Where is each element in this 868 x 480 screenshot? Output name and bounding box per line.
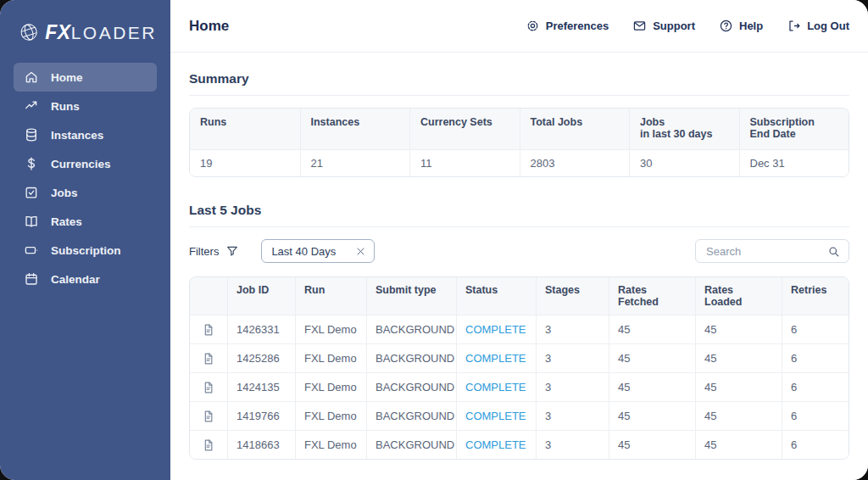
- main-panel: Home PreferencesSupportHelpLog Out Summa…: [170, 0, 868, 480]
- logout-icon: [787, 19, 801, 33]
- card-icon: [24, 243, 39, 258]
- file-icon[interactable]: [202, 438, 215, 452]
- job-rates-fetched-cell: 45: [609, 315, 695, 343]
- job-status-link[interactable]: COMPLETE: [456, 401, 536, 430]
- brand-name-bold: FX: [45, 21, 70, 44]
- file-icon[interactable]: [202, 323, 215, 337]
- job-id-cell: 1419766: [227, 401, 295, 430]
- summary-value: 11: [409, 149, 520, 176]
- sidebar-item-jobs[interactable]: Jobs: [14, 178, 157, 207]
- globe-icon: [19, 19, 39, 46]
- job-id-cell: 1418663: [227, 430, 295, 459]
- job-stages-cell: 3: [536, 430, 609, 459]
- search-box: [695, 239, 849, 263]
- brand-logo: FX LOADER: [14, 17, 157, 63]
- file-icon[interactable]: [202, 381, 215, 394]
- support-button[interactable]: Support: [632, 19, 695, 33]
- job-doc-cell: [190, 343, 227, 372]
- job-submit-type-cell: BACKGROUND: [366, 315, 456, 343]
- sidebar-item-calendar[interactable]: Calendar: [14, 265, 157, 293]
- envelope-icon: [632, 19, 647, 33]
- jobs-col-header: Retries: [782, 277, 849, 315]
- job-status-link[interactable]: COMPLETE: [456, 430, 536, 459]
- home-icon: [24, 70, 39, 85]
- file-icon[interactable]: [202, 352, 215, 366]
- job-status-link[interactable]: COMPLETE: [456, 343, 536, 372]
- sidebar-item-home[interactable]: Home: [14, 63, 157, 92]
- summary-col-header: Instances: [300, 109, 410, 149]
- question-circle-icon: [719, 19, 733, 33]
- jobs-table: Job IDRunSubmit typeStatusStagesRates Fe…: [190, 277, 849, 459]
- sidebar-item-label: Instances: [51, 129, 103, 142]
- job-rates-loaded-cell: 45: [695, 430, 782, 459]
- sidebar-item-instances[interactable]: Instances: [14, 120, 157, 149]
- job-rates-loaded-cell: 45: [695, 343, 782, 372]
- jobs-col-header: Submit type: [366, 277, 456, 315]
- sidebar-item-runs[interactable]: Runs: [14, 92, 157, 120]
- jobs-title: Last 5 Jobs: [189, 198, 849, 227]
- jobs-col-header: Status: [456, 277, 536, 315]
- summary-table: RunsInstancesCurrency SetsTotal JobsJobs…: [190, 109, 849, 176]
- action-label: Help: [739, 20, 763, 32]
- job-status-link[interactable]: COMPLETE: [456, 372, 536, 401]
- table-row: 1424135FXL DemoBACKGROUNDCOMPLETE345456: [190, 372, 849, 401]
- job-stages-cell: 3: [536, 401, 609, 430]
- job-doc-cell: [190, 401, 227, 430]
- sidebar-item-label: Rates: [51, 215, 82, 228]
- summary-col-header: Runs: [190, 109, 300, 149]
- job-id-cell: 1425286: [227, 343, 295, 372]
- jobs-col-header: Rates Fetched: [609, 277, 695, 315]
- job-submit-type-cell: BACKGROUND: [366, 343, 456, 372]
- table-row: 1426331FXL DemoBACKGROUNDCOMPLETE345456: [190, 315, 849, 343]
- content: Summary RunsInstancesCurrency SetsTotal …: [170, 53, 868, 460]
- jobs-section: Last 5 Jobs Filters Last 40 Days: [189, 198, 849, 460]
- job-doc-cell: [190, 315, 227, 343]
- file-icon[interactable]: [202, 410, 215, 423]
- search-icon[interactable]: [827, 245, 840, 258]
- sidebar: FX LOADER HomeRunsInstancesCurrenciesJob…: [0, 0, 170, 480]
- job-doc-cell: [190, 430, 227, 459]
- app-window: FX LOADER HomeRunsInstancesCurrenciesJob…: [0, 0, 868, 480]
- job-rates-fetched-cell: 45: [609, 343, 695, 372]
- gear-icon: [526, 19, 540, 33]
- job-rates-fetched-cell: 45: [609, 372, 695, 401]
- job-rates-fetched-cell: 45: [609, 401, 695, 430]
- job-doc-cell: [190, 372, 227, 401]
- job-status-link[interactable]: COMPLETE: [456, 315, 536, 343]
- job-rates-fetched-cell: 45: [609, 430, 695, 459]
- job-submit-type-cell: BACKGROUND: [366, 430, 456, 459]
- close-icon[interactable]: [355, 246, 366, 257]
- job-retries-cell: 6: [782, 343, 849, 372]
- preferences-button[interactable]: Preferences: [526, 19, 609, 33]
- help-button[interactable]: Help: [719, 19, 763, 33]
- job-retries-cell: 6: [782, 401, 849, 430]
- trend-icon: [24, 98, 39, 114]
- job-submit-type-cell: BACKGROUND: [366, 401, 456, 430]
- action-label: Preferences: [546, 20, 609, 32]
- jobs-col-header: Rates Loaded: [695, 277, 782, 315]
- log-out-button[interactable]: Log Out: [787, 19, 849, 33]
- table-row: 1425286FXL DemoBACKGROUNDCOMPLETE345456: [190, 343, 849, 372]
- job-id-cell: 1424135: [227, 372, 295, 401]
- summary-value-row: 192111280330Dec 31: [190, 149, 849, 176]
- search-input[interactable]: [704, 244, 827, 259]
- summary-value: Dec 31: [739, 149, 849, 176]
- sidebar-item-label: Subscription: [51, 244, 121, 257]
- sidebar-item-currencies[interactable]: Currencies: [14, 149, 157, 178]
- funnel-icon[interactable]: [225, 244, 239, 258]
- filter-chip-label: Last 40 Days: [271, 245, 336, 258]
- sidebar-nav: HomeRunsInstancesCurrenciesJobsRatesSubs…: [14, 63, 157, 293]
- sidebar-item-rates[interactable]: Rates: [14, 207, 157, 236]
- jobs-col-header: Run: [295, 277, 366, 315]
- summary-col-header: Subscription End Date: [739, 109, 849, 149]
- job-retries-cell: 6: [782, 315, 849, 343]
- jobs-table-wrap: Job IDRunSubmit typeStatusStagesRates Fe…: [189, 276, 849, 460]
- job-run-cell: FXL Demo: [295, 372, 366, 401]
- sidebar-item-subscription[interactable]: Subscription: [14, 236, 157, 265]
- jobs-header-row: Job IDRunSubmit typeStatusStagesRates Fe…: [190, 277, 849, 315]
- filters-label: Filters: [189, 245, 219, 258]
- calendar-icon: [24, 271, 39, 287]
- filter-chip[interactable]: Last 40 Days: [261, 239, 375, 263]
- filters-row: Filters Last 40 Days: [189, 239, 849, 263]
- summary-header-row: RunsInstancesCurrency SetsTotal JobsJobs…: [190, 109, 849, 149]
